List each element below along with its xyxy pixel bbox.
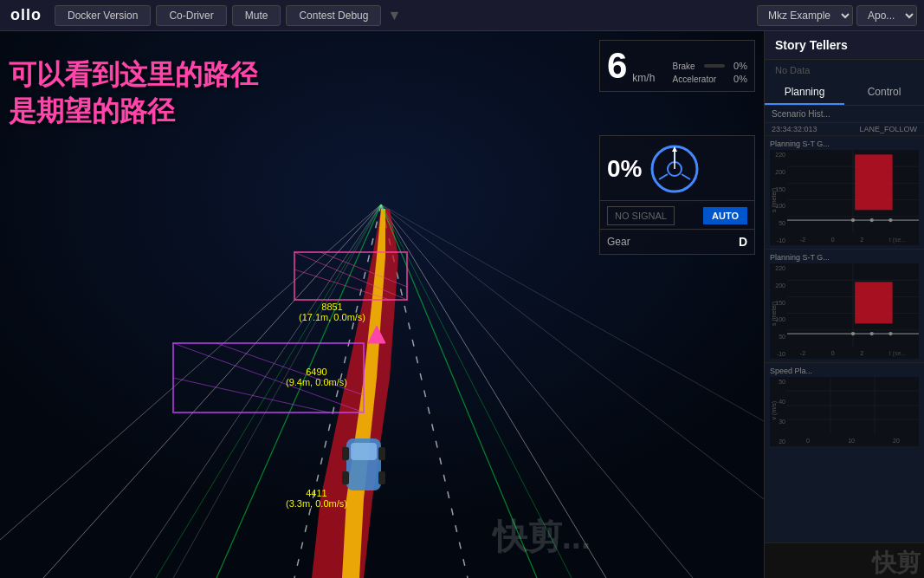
svg-rect-32 <box>378 471 385 484</box>
chinese-overlay-text: 可以看到这里的路径 是期望的路径 <box>9 57 258 129</box>
svg-rect-46 <box>855 154 892 210</box>
chart-planning-st-1: Planning S-T G... 22020015010050-10 <box>765 136 924 250</box>
object-label-4411: 4411 (3.3m, 0.0m/s) <box>286 488 347 509</box>
tab-planning[interactable]: Planning <box>765 81 844 105</box>
no-data-label: No Data <box>765 60 924 81</box>
steering-wheel-icon <box>649 143 701 195</box>
svg-line-36 <box>659 174 668 179</box>
scenario-history-row: Scenario Hist... <box>765 106 924 123</box>
svg-point-50 <box>888 218 892 222</box>
scenario-time: 23:34:32:013 <box>772 125 817 133</box>
no-signal-label: NO SIGNAL <box>607 206 675 225</box>
svg-point-59 <box>851 332 855 335</box>
object-label-8851: 8851 (17.1m, 0.0m/s) <box>299 302 365 322</box>
svg-point-48 <box>851 218 855 222</box>
topbar: ollo Docker Version Co-Driver Mute Conte… <box>0 0 924 31</box>
steering-panel: 0% <box>599 135 755 203</box>
main-layout: 可以看到这里的路径 是期望的路径 4411 (3.3m, 0.0m/s) 649… <box>0 31 924 578</box>
gear-row: Gear D <box>599 229 755 255</box>
scenario-mode: LANE_FOLLOW <box>859 125 917 133</box>
svg-point-60 <box>870 332 874 335</box>
steering-percent: 0% <box>607 155 642 182</box>
svg-rect-29 <box>342 447 349 460</box>
svg-rect-57 <box>855 282 892 323</box>
speed-value: 6 <box>607 48 627 84</box>
right-panel: Story Tellers No Data Planning Control S… <box>764 31 924 578</box>
chart2-title: Planning S-T G... <box>770 253 919 262</box>
chinese-line2: 是期望的路径 <box>9 94 258 130</box>
co-driver-button[interactable]: Co-Driver <box>156 5 226 26</box>
contest-debug-button[interactable]: Contest Debug <box>286 5 381 26</box>
svg-line-37 <box>682 174 690 179</box>
apo-select[interactable]: Apo... <box>856 5 917 26</box>
svg-rect-31 <box>342 471 349 484</box>
gear-label: Gear <box>607 236 630 248</box>
object-label-6490: 6490 (9.4m, 0.0m/s) <box>286 367 347 387</box>
svg-rect-30 <box>378 447 385 460</box>
chinese-line1: 可以看到这里的路径 <box>9 57 258 94</box>
docker-version-button[interactable]: Docker Version <box>55 5 151 26</box>
chart1-title: Planning S-T G... <box>770 140 919 148</box>
logo: ollo <box>0 6 52 24</box>
panel-tabs: Planning Control <box>765 81 924 106</box>
gear-value: D <box>739 235 747 249</box>
auto-label: AUTO <box>703 207 747 224</box>
svg-point-49 <box>870 218 874 222</box>
chart-speed-plan: Speed Pla... 50403020 01020 <box>765 363 924 543</box>
svg-point-61 <box>888 332 892 335</box>
right-watermark: 快剪 <box>872 549 921 576</box>
mute-button[interactable]: Mute <box>232 5 281 26</box>
speed-unit: km/h <box>632 72 655 84</box>
tab-control[interactable]: Control <box>844 81 924 105</box>
canvas-area: 可以看到这里的路径 是期望的路径 4411 (3.3m, 0.0m/s) 649… <box>0 31 764 578</box>
signal-row: NO SIGNAL AUTO <box>599 200 755 231</box>
chart-planning-st-2: Planning S-T G... 22020015010050-10 <box>765 250 924 363</box>
watermark: 快剪... <box>493 513 591 561</box>
scenario-history-label: Scenario Hist... <box>772 109 830 119</box>
story-tellers-header: Story Tellers <box>765 31 924 60</box>
chart3-title: Speed Pla... <box>770 367 919 375</box>
mkz-example-select[interactable]: Mkz Example <box>757 5 853 26</box>
svg-rect-28 <box>351 443 377 460</box>
speed-panel: 6 km/h Brake 0% Accelerator 0% <box>599 40 755 92</box>
